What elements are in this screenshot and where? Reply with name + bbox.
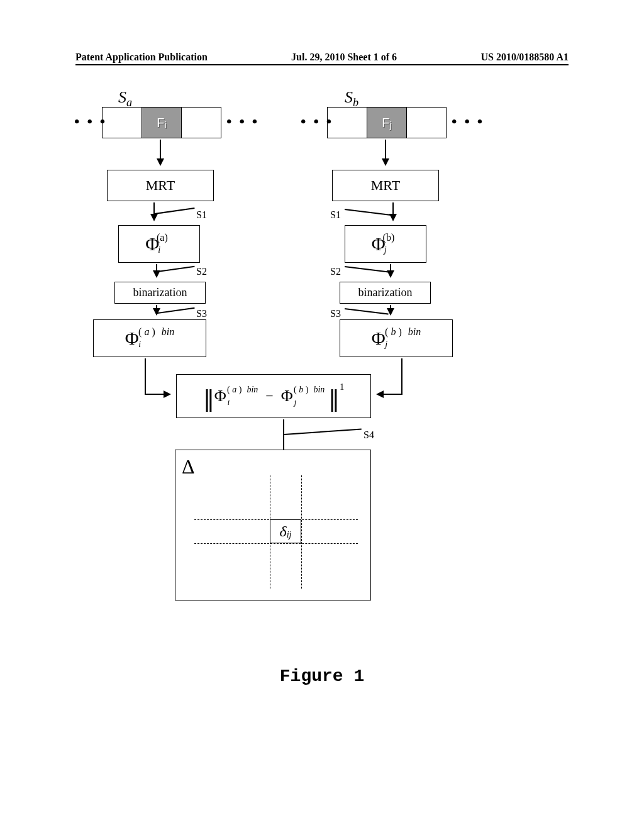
phibin-b-idx: j (385, 340, 387, 350)
norm-minus: − (265, 388, 273, 404)
phibin-a-a: a (144, 326, 149, 337)
phi-a-idx: i (158, 245, 160, 255)
bin-b-text: binarization (358, 286, 413, 299)
s3-line-a (157, 307, 195, 314)
dots-a-right: • • • (226, 113, 259, 130)
step-s2-a: S2 (196, 266, 207, 277)
arrow-b3 (390, 264, 391, 277)
matrix-dash-v2 (301, 475, 302, 589)
arrow-a2 (153, 202, 155, 220)
frame-b-sub: j (390, 120, 392, 130)
phi-a-sup: (a) (157, 232, 168, 243)
seq-b-symbol: S (345, 88, 353, 106)
frame-b-symbol: F (382, 116, 389, 130)
norm-b-b: b (299, 385, 303, 394)
frame-fi: Fi (142, 108, 182, 138)
matrix-dash-h2 (194, 543, 358, 544)
phibin-b-symbol: Φ (372, 328, 386, 349)
s1-line-a (155, 208, 195, 214)
step-s4: S4 (364, 429, 374, 441)
phibin-a-box: Φ i( a )bin (93, 319, 206, 357)
mrt-text-b: MRT (371, 177, 400, 194)
mrt-box-a: MRT (107, 170, 214, 201)
phi-b-idx: j (384, 245, 387, 255)
norm-left-bars: ‖ (203, 385, 214, 412)
binarization-b: binarization (340, 282, 431, 304)
phibin-b-box: Φ j( b )bin (340, 319, 453, 357)
norm-exp: 1 (340, 382, 344, 392)
dots-b-right: • • • (452, 113, 484, 130)
diagram: Sa Sb • • • • • • • • • • • • Fi Fj (82, 88, 562, 654)
filmstrip-b: Fj (327, 107, 447, 138)
bin-a-text: binarization (133, 286, 187, 299)
s2-line-a (157, 266, 195, 272)
matrix-box: Δ δij (175, 450, 371, 600)
norm-b-bin: bin (313, 385, 325, 395)
arrow-b4 (390, 305, 391, 314)
step-s3-b: S3 (330, 308, 341, 319)
norm-b-idx: j (294, 398, 296, 407)
phibin-b-b: b (391, 326, 396, 337)
figure-caption: Figure 1 (0, 667, 644, 686)
delta-upper: Δ (182, 455, 195, 479)
page-container: Patent Application Publication Jul. 29, … (0, 0, 644, 830)
frame-a-sub: i (165, 120, 167, 130)
frame-a-symbol: F (157, 116, 164, 130)
norm-a-idx: i (228, 398, 230, 407)
phi-a-box: Φi(a) (118, 225, 200, 263)
norm-phi-a: Φ (214, 387, 226, 406)
phi-b-sup: (b) (383, 232, 395, 243)
conn-a-right (145, 394, 170, 395)
arrow-b1 (385, 140, 386, 165)
frame-cell (103, 108, 142, 138)
delta-sub: ij (287, 530, 292, 540)
arrow-b2 (392, 202, 394, 220)
phibin-b-bin: bin (408, 326, 421, 338)
phibin-a-bin: bin (162, 326, 174, 338)
norm-phi-b: Φ (281, 387, 293, 406)
norm-a-a: a (232, 385, 236, 394)
norm-box: ‖ Φ i( a )bin − Φ j( b )bin ‖1 (176, 374, 371, 418)
header-left: Patent Application Publication (75, 52, 208, 63)
conn-a-down (145, 358, 146, 395)
delta-lower: δ (280, 523, 287, 540)
header-divider (75, 64, 569, 65)
page-header: Patent Application Publication Jul. 29, … (0, 52, 644, 63)
phibin-a-idx: i (138, 340, 141, 350)
frame-fj: Fj (367, 108, 407, 138)
seq-a-symbol: S (118, 88, 126, 106)
s4-line (284, 428, 362, 435)
s1-line-b (345, 209, 391, 216)
step-s1-b: S1 (330, 209, 341, 221)
step-s1-a: S1 (196, 209, 207, 221)
step-s2-b: S2 (330, 266, 341, 277)
s3-line-b (345, 308, 389, 315)
arrow-a1 (160, 140, 161, 165)
filmstrip-a: Fi (102, 107, 221, 138)
s2-line-b (345, 266, 389, 273)
conn-b-down (401, 358, 402, 395)
frame-cell (328, 108, 367, 138)
mrt-box-b: MRT (332, 170, 439, 201)
header-center: Jul. 29, 2010 Sheet 1 of 6 (291, 52, 397, 63)
header-right: US 2010/0188580 A1 (480, 52, 569, 63)
norm-right-bars: ‖ (328, 385, 340, 412)
step-s3-a: S3 (196, 308, 207, 319)
binarization-a: binarization (114, 282, 206, 304)
conn-b-left (377, 394, 402, 395)
norm-a-bin: bin (247, 385, 258, 395)
frame-cell (407, 108, 446, 138)
mrt-text-a: MRT (146, 177, 175, 194)
phibin-a-symbol: Φ (125, 328, 139, 349)
delta-cell: δij (270, 519, 301, 543)
frame-cell (182, 108, 221, 138)
phi-b-box: Φj(b) (345, 225, 426, 263)
